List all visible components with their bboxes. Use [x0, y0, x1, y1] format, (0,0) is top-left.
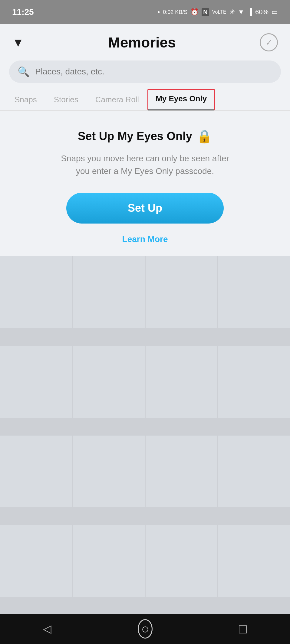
nav-home-button[interactable]: ○	[138, 619, 153, 639]
nav-back-button[interactable]: ◁	[43, 623, 51, 635]
grid-cell	[218, 436, 290, 507]
grid-cell	[146, 525, 217, 597]
setup-section: Set Up My Eyes Only 🔒 Snaps you move her…	[0, 111, 290, 256]
check-icon: ✓	[265, 38, 272, 47]
setup-button[interactable]: Set Up	[66, 193, 224, 224]
app-container: ▼ Memories ✓ 🔍 Snaps Stories Camera Roll…	[0, 24, 290, 614]
volte-icon: VoLTE	[212, 9, 226, 15]
signal-icon: ▐	[247, 8, 252, 16]
grid-cell	[218, 346, 290, 417]
grid-cell	[73, 256, 144, 328]
status-dot: •	[158, 8, 160, 16]
status-bar: 11:25 • 0:02 KB/S ⏰ N VoLTE ✳ ▼ ▐ 60% ▭	[0, 0, 290, 24]
grid-cell	[218, 256, 290, 328]
lock-emoji: 🔒	[196, 129, 212, 144]
grid-cell	[218, 525, 290, 597]
photo-grid	[0, 256, 290, 614]
chevron-down-button[interactable]: ▼	[12, 36, 24, 49]
network-speed: 0:02 KB/S	[163, 9, 187, 15]
grid-cell	[0, 256, 72, 328]
battery-text: 60%	[255, 8, 269, 16]
grid-cell	[146, 436, 217, 507]
grid-cell	[0, 346, 72, 417]
grid-cell	[0, 436, 72, 507]
alarm-icon: ⏰	[190, 8, 199, 16]
header: ▼ Memories ✓	[0, 24, 290, 57]
status-time: 11:25	[12, 7, 34, 17]
search-icon: 🔍	[18, 66, 30, 77]
setup-description: Snaps you move here can only be seen aft…	[60, 152, 230, 178]
grid-cell	[146, 256, 217, 328]
nfc-icon: N	[202, 8, 209, 16]
search-container: 🔍	[0, 57, 290, 89]
battery-icon: ▭	[272, 8, 278, 16]
status-icons: • 0:02 KB/S ⏰ N VoLTE ✳ ▼ ▐ 60% ▭	[158, 8, 278, 16]
learn-more-link[interactable]: Learn More	[122, 234, 168, 244]
grid-cell	[73, 525, 144, 597]
wifi-icon: ▼	[238, 8, 245, 16]
grid-cell	[73, 436, 144, 507]
tab-camera-roll[interactable]: Camera Roll	[87, 89, 148, 110]
grid-cell	[0, 525, 72, 597]
tabs-container: Snaps Stories Camera Roll My Eyes Only	[0, 89, 290, 111]
grid-cell	[73, 346, 144, 417]
nav-bar: ◁ ○ □	[0, 614, 290, 644]
bluetooth-icon: ✳	[229, 8, 235, 16]
page-title: Memories	[108, 34, 176, 51]
nav-recent-button[interactable]: □	[239, 621, 247, 636]
search-input[interactable]	[35, 67, 272, 77]
tab-snaps[interactable]: Snaps	[6, 89, 45, 110]
search-bar: 🔍	[9, 60, 281, 83]
setup-title: Set Up My Eyes Only 🔒	[78, 129, 212, 144]
tab-stories[interactable]: Stories	[45, 89, 87, 110]
tab-my-eyes-only[interactable]: My Eyes Only	[147, 89, 215, 110]
grid-cell	[146, 346, 217, 417]
check-button[interactable]: ✓	[260, 33, 278, 51]
